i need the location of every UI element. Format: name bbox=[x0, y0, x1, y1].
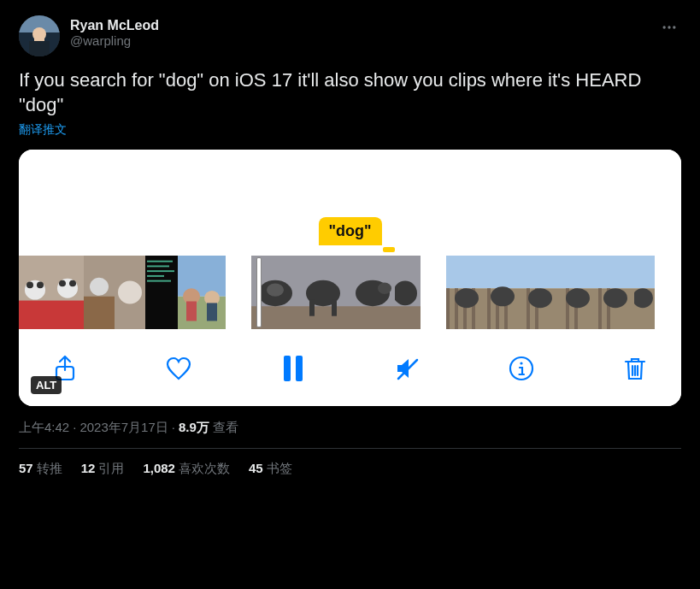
svg-rect-51 bbox=[446, 256, 484, 288]
svg-point-73 bbox=[566, 288, 590, 308]
video-thumbnail bbox=[597, 256, 634, 329]
pause-button[interactable] bbox=[274, 350, 312, 387]
heart-icon bbox=[165, 355, 192, 382]
tweet-stats: 57转推 12引用 1,082喜欢次数 45书签 bbox=[19, 461, 681, 477]
svg-point-22 bbox=[118, 281, 142, 304]
svg-point-11 bbox=[26, 282, 33, 289]
video-thumbnail bbox=[634, 256, 655, 329]
avatar-image-placeholder bbox=[19, 15, 60, 56]
views-label: 查看 bbox=[213, 420, 238, 434]
svg-rect-34 bbox=[207, 303, 217, 321]
svg-rect-45 bbox=[347, 306, 395, 329]
svg-rect-36 bbox=[251, 306, 299, 329]
svg-point-57 bbox=[455, 288, 479, 308]
svg-point-6 bbox=[668, 26, 670, 28]
video-thumbnail bbox=[299, 256, 347, 329]
svg-point-12 bbox=[37, 282, 44, 289]
svg-point-16 bbox=[59, 280, 66, 287]
more-icon bbox=[661, 19, 678, 36]
info-button[interactable] bbox=[503, 350, 540, 387]
svg-rect-19 bbox=[84, 297, 115, 329]
video-thumbnail bbox=[51, 256, 84, 329]
search-term-badge: "dog" bbox=[318, 217, 381, 245]
quotes-stat[interactable]: 12引用 bbox=[81, 461, 125, 477]
badge-tick bbox=[383, 247, 395, 252]
video-thumbnail bbox=[484, 256, 521, 329]
svg-rect-79 bbox=[634, 256, 655, 288]
tweet-date[interactable]: 2023年7月17日 bbox=[79, 420, 168, 434]
clip-group bbox=[19, 256, 226, 329]
display-name[interactable]: Ryan McLeod bbox=[70, 17, 159, 33]
handle[interactable]: @warpling bbox=[70, 33, 159, 49]
svg-rect-32 bbox=[186, 302, 197, 321]
alt-badge[interactable]: ALT bbox=[31, 376, 62, 394]
trash-icon bbox=[621, 355, 649, 382]
svg-rect-4 bbox=[29, 41, 50, 56]
divider bbox=[19, 448, 681, 449]
retweets-stat[interactable]: 57转推 bbox=[19, 461, 62, 477]
delete-button[interactable] bbox=[616, 350, 654, 387]
pause-icon bbox=[281, 354, 305, 383]
views-count: 8.9万 bbox=[179, 420, 209, 434]
speaker-muted-icon bbox=[393, 355, 421, 382]
timeline-gap bbox=[226, 256, 251, 329]
video-thumbnail bbox=[251, 256, 299, 329]
svg-rect-49 bbox=[395, 306, 421, 329]
tweet-header: Ryan McLeod @warpling bbox=[19, 15, 681, 56]
clip-group-active bbox=[251, 256, 421, 329]
bookmarks-stat[interactable]: 45书签 bbox=[249, 461, 292, 477]
media-toolbar bbox=[19, 333, 681, 406]
translate-link[interactable]: 翻译推文 bbox=[19, 122, 67, 138]
video-thumbnail bbox=[178, 256, 226, 329]
svg-rect-25 bbox=[147, 266, 169, 268]
tweet-meta: 上午4:42·2023年7月17日·8.9万 查看 bbox=[19, 420, 681, 436]
svg-rect-53 bbox=[446, 288, 450, 329]
video-thumbnail bbox=[115, 256, 145, 329]
likes-stat[interactable]: 1,082喜欢次数 bbox=[143, 461, 230, 477]
svg-rect-27 bbox=[147, 275, 164, 277]
avatar[interactable] bbox=[19, 15, 60, 56]
svg-point-17 bbox=[69, 280, 76, 287]
svg-point-78 bbox=[603, 288, 627, 308]
video-thumbnail bbox=[84, 256, 115, 329]
media-whitespace: "dog" bbox=[19, 150, 681, 256]
author-names: Ryan McLeod @warpling bbox=[70, 15, 159, 49]
svg-point-20 bbox=[90, 278, 109, 296]
svg-rect-42 bbox=[309, 300, 315, 316]
mute-button[interactable] bbox=[388, 350, 426, 387]
svg-rect-60 bbox=[487, 288, 491, 329]
media-card[interactable]: "dog" bbox=[19, 150, 681, 406]
clip-group bbox=[446, 256, 655, 329]
svg-point-68 bbox=[528, 288, 552, 308]
svg-rect-74 bbox=[597, 256, 634, 288]
svg-rect-84 bbox=[296, 356, 303, 381]
video-thumbnail bbox=[347, 256, 395, 329]
svg-point-47 bbox=[378, 283, 391, 294]
svg-rect-29 bbox=[178, 256, 226, 297]
info-icon bbox=[508, 355, 535, 382]
svg-point-5 bbox=[663, 26, 666, 28]
more-button[interactable] bbox=[657, 15, 681, 43]
video-thumbnail bbox=[395, 256, 421, 329]
svg-point-87 bbox=[520, 362, 522, 365]
svg-rect-64 bbox=[521, 256, 559, 288]
svg-rect-14 bbox=[51, 301, 84, 329]
svg-rect-69 bbox=[559, 256, 597, 288]
svg-point-63 bbox=[491, 286, 515, 306]
video-thumbnail bbox=[145, 256, 178, 329]
svg-rect-28 bbox=[147, 280, 171, 282]
svg-rect-40 bbox=[299, 306, 347, 329]
like-button[interactable] bbox=[160, 350, 197, 387]
tweet-time[interactable]: 上午4:42 bbox=[19, 420, 69, 434]
video-timeline[interactable] bbox=[19, 256, 681, 333]
video-thumbnail bbox=[559, 256, 597, 329]
video-thumbnail bbox=[446, 256, 484, 329]
video-thumbnail bbox=[19, 256, 51, 329]
svg-rect-43 bbox=[332, 300, 337, 316]
timeline-gap bbox=[421, 256, 446, 329]
svg-point-7 bbox=[673, 26, 675, 28]
svg-rect-76 bbox=[598, 288, 602, 329]
svg-rect-26 bbox=[147, 270, 174, 272]
svg-point-38 bbox=[267, 284, 284, 297]
svg-rect-83 bbox=[284, 356, 291, 381]
